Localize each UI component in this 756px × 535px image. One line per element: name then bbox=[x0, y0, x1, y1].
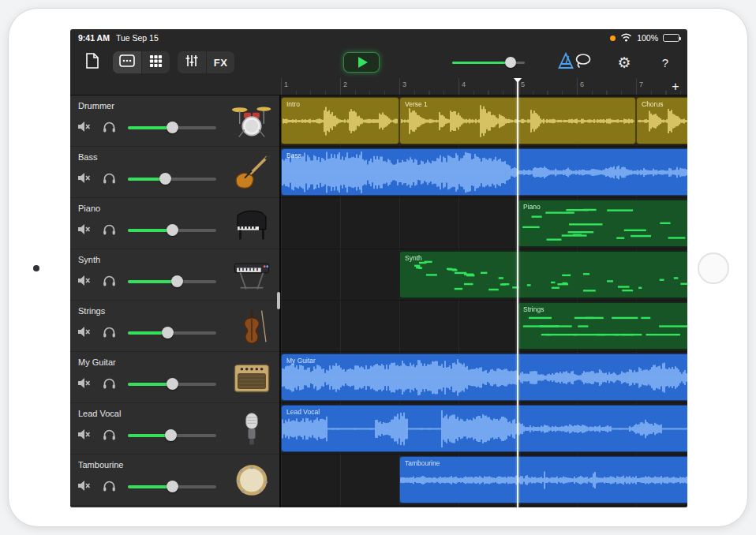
headphones-button[interactable] bbox=[103, 481, 117, 493]
track-header-tambourine[interactable]: Tambourine bbox=[70, 455, 281, 506]
mute-button[interactable] bbox=[77, 173, 92, 185]
volume-fill bbox=[128, 485, 172, 488]
tracks-view-button[interactable] bbox=[113, 51, 141, 73]
home-button[interactable] bbox=[698, 253, 729, 284]
track-lane-synth[interactable]: Synth bbox=[281, 249, 687, 301]
track-lane-strings[interactable]: Strings bbox=[281, 301, 687, 352]
master-volume-slider[interactable] bbox=[452, 57, 525, 68]
track-lane-my-guitar[interactable]: My Guitar bbox=[281, 352, 687, 403]
volume-knob[interactable] bbox=[162, 327, 174, 339]
speaker-mute-icon bbox=[77, 172, 91, 187]
volume-slider[interactable] bbox=[128, 280, 216, 283]
battery-percent: 100% bbox=[637, 33, 658, 43]
volume-knob[interactable] bbox=[159, 173, 171, 185]
volume-slider[interactable] bbox=[128, 383, 216, 386]
help-button[interactable]: ? bbox=[653, 51, 678, 73]
playhead-marker-icon[interactable] bbox=[514, 78, 522, 83]
measure-number: 4 bbox=[462, 80, 466, 88]
region-tambourine[interactable]: Tambourine bbox=[399, 456, 687, 503]
timeline-ruler[interactable]: 1234567 + bbox=[70, 78, 687, 95]
track-header-synth[interactable]: Synth bbox=[70, 249, 281, 301]
volume-knob[interactable] bbox=[167, 122, 178, 133]
add-section-button[interactable]: + bbox=[668, 79, 683, 95]
play-button[interactable] bbox=[343, 52, 380, 73]
guitar-amp-image[interactable] bbox=[229, 357, 275, 397]
region-synth[interactable]: Synth bbox=[399, 251, 687, 298]
mute-button[interactable] bbox=[77, 378, 92, 391]
volume-knob[interactable] bbox=[167, 224, 178, 236]
volume-slider[interactable] bbox=[128, 126, 216, 129]
volume-slider[interactable] bbox=[128, 229, 216, 232]
mute-button[interactable] bbox=[77, 429, 92, 442]
mute-button[interactable] bbox=[77, 327, 92, 339]
volume-knob[interactable] bbox=[171, 275, 183, 287]
help-label: ? bbox=[662, 56, 668, 69]
live-loops-grid-button[interactable] bbox=[141, 51, 170, 73]
track-header-lead-vocal[interactable]: Lead Vocal bbox=[70, 403, 281, 455]
document-icon bbox=[85, 53, 99, 72]
measure-tick: 7 bbox=[636, 78, 637, 95]
track-header-bass[interactable]: Bass bbox=[70, 147, 281, 198]
synthesizer-image[interactable] bbox=[229, 255, 275, 294]
tracks-area: Drummer Bass bbox=[70, 95, 687, 507]
headphones-button[interactable] bbox=[103, 122, 117, 134]
headphones-button[interactable] bbox=[103, 429, 117, 442]
region-lead-vocal[interactable]: Lead Vocal bbox=[281, 405, 687, 452]
track-controls-button[interactable] bbox=[178, 51, 206, 73]
volume-slider[interactable] bbox=[128, 485, 216, 488]
track-lane-bass[interactable]: Bass bbox=[281, 147, 687, 198]
track-header-drummer[interactable]: Drummer bbox=[70, 95, 281, 147]
track-name: Strings bbox=[78, 306, 105, 316]
orange-privacy-dot-icon bbox=[610, 36, 616, 41]
volume-knob[interactable] bbox=[167, 481, 178, 492]
mute-button[interactable] bbox=[77, 275, 92, 288]
speaker-mute-icon bbox=[77, 326, 91, 341]
volume-knob[interactable] bbox=[167, 378, 178, 390]
volume-slider[interactable] bbox=[128, 331, 216, 335]
track-lanes-area[interactable]: IntroVerse 1ChorusBassPianoSynthStringsM… bbox=[281, 95, 687, 507]
headphones-icon bbox=[103, 428, 116, 443]
volume-slider[interactable] bbox=[128, 434, 216, 437]
slider-knob[interactable] bbox=[505, 57, 516, 68]
measure-number: 2 bbox=[343, 80, 347, 88]
microphone-image[interactable] bbox=[229, 409, 275, 448]
region-bass[interactable]: Bass bbox=[281, 148, 687, 196]
mute-button[interactable] bbox=[77, 481, 92, 493]
track-header-my-guitar[interactable]: My Guitar bbox=[70, 352, 281, 403]
region-chorus[interactable]: Chorus bbox=[636, 97, 687, 144]
region-strings[interactable]: Strings bbox=[518, 302, 687, 350]
grand-piano-image[interactable] bbox=[229, 204, 275, 243]
drum-kit-image[interactable] bbox=[229, 101, 275, 140]
speaker-mute-icon bbox=[77, 428, 91, 443]
headphones-button[interactable] bbox=[103, 378, 117, 391]
region-content bbox=[282, 354, 687, 401]
header-resize-handle[interactable] bbox=[277, 292, 280, 309]
headphones-button[interactable] bbox=[103, 173, 117, 185]
settings-button[interactable] bbox=[612, 51, 637, 73]
loop-browser-button[interactable] bbox=[571, 51, 596, 73]
track-lane-tambourine[interactable]: Tambourine bbox=[281, 455, 687, 506]
region-content bbox=[282, 406, 687, 452]
track-lane-drummer[interactable]: IntroVerse 1Chorus bbox=[281, 95, 687, 147]
measure-number: 7 bbox=[639, 80, 643, 88]
mute-button[interactable] bbox=[77, 224, 92, 237]
fx-button[interactable]: FX bbox=[206, 51, 234, 73]
mute-button[interactable] bbox=[77, 122, 92, 134]
track-lane-piano[interactable]: Piano bbox=[281, 198, 687, 249]
volume-knob[interactable] bbox=[165, 429, 177, 441]
region-my-guitar[interactable]: My Guitar bbox=[281, 354, 687, 401]
track-lane-lead-vocal[interactable]: Lead Vocal bbox=[281, 403, 687, 455]
headphones-button[interactable] bbox=[103, 224, 117, 237]
region-intro[interactable]: Intro bbox=[281, 97, 399, 144]
region-piano[interactable]: Piano bbox=[518, 200, 687, 247]
tambourine-image[interactable] bbox=[229, 460, 275, 499]
volume-slider[interactable] bbox=[128, 178, 216, 181]
headphones-button[interactable] bbox=[103, 327, 117, 339]
my-songs-button[interactable] bbox=[80, 51, 105, 73]
track-header-piano[interactable]: Piano bbox=[70, 198, 281, 249]
track-header-strings[interactable]: Strings bbox=[70, 301, 281, 352]
playhead[interactable] bbox=[517, 81, 518, 507]
headphones-button[interactable] bbox=[103, 275, 117, 288]
bass-guitar-image[interactable] bbox=[229, 152, 275, 192]
strings-image[interactable] bbox=[229, 306, 275, 346]
